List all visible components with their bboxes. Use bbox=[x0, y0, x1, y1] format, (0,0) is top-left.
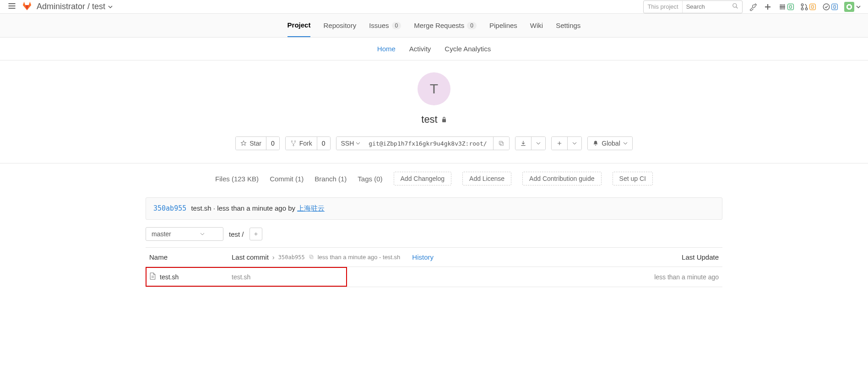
clone-url-input[interactable] bbox=[365, 137, 493, 150]
short-sha[interactable]: 350ab955 bbox=[278, 254, 305, 261]
svg-rect-12 bbox=[309, 255, 312, 258]
breadcrumb[interactable]: Administrator / test bbox=[37, 2, 113, 11]
col-update: Last Update bbox=[622, 248, 722, 267]
stat-files[interactable]: Files (123 KB) bbox=[215, 175, 259, 183]
nav-pipelines[interactable]: Pipelines bbox=[489, 14, 517, 37]
svg-point-3 bbox=[805, 8, 808, 10]
lock-icon bbox=[441, 114, 447, 125]
commit-author-link[interactable]: 上海驻云 bbox=[297, 204, 325, 212]
branch-row: master test / bbox=[146, 227, 722, 241]
download-button[interactable] bbox=[515, 137, 531, 150]
download-dropdown[interactable] bbox=[531, 137, 545, 150]
project-header: T test Star 0 Fork 0 SSH bbox=[0, 60, 868, 163]
fork-count: 0 bbox=[317, 137, 330, 150]
download-group bbox=[515, 136, 546, 150]
file-icon bbox=[149, 272, 156, 281]
svg-point-7 bbox=[294, 141, 295, 141]
svg-point-0 bbox=[732, 4, 736, 7]
svg-point-4 bbox=[823, 4, 830, 10]
add-dropdown[interactable] bbox=[567, 137, 581, 150]
svg-point-1 bbox=[801, 4, 803, 6]
star-button[interactable]: Star bbox=[236, 137, 266, 150]
search-scope[interactable]: This project bbox=[644, 1, 682, 13]
chevron-down-icon[interactable] bbox=[108, 2, 113, 11]
star-count: 0 bbox=[266, 137, 279, 150]
search-input[interactable] bbox=[683, 3, 728, 10]
nav-issues[interactable]: Issues 0 bbox=[369, 14, 401, 37]
hamburger-icon[interactable] bbox=[7, 1, 16, 12]
plus-icon[interactable] bbox=[764, 3, 772, 11]
add-license-button[interactable]: Add License bbox=[462, 172, 511, 185]
user-menu[interactable] bbox=[844, 2, 861, 12]
fork-button-group: Fork 0 bbox=[285, 136, 331, 150]
file-updated: less than a minute ago bbox=[622, 267, 722, 287]
chevron-down-icon bbox=[856, 3, 861, 11]
add-button[interactable] bbox=[552, 137, 567, 150]
history-link[interactable]: History bbox=[412, 253, 434, 261]
svg-point-2 bbox=[801, 8, 803, 10]
branch-select[interactable]: master bbox=[146, 227, 223, 241]
clone-group: SSH bbox=[336, 136, 510, 150]
table-row[interactable]: test.sh test.sh less than a minute ago bbox=[146, 267, 722, 287]
setup-ci-button[interactable]: Set up CI bbox=[613, 172, 653, 185]
sub-nav: Home Activity Cycle Analytics bbox=[0, 38, 868, 60]
file-commit-msg: test.sh bbox=[228, 267, 622, 287]
commit-time: less than a minute ago by bbox=[217, 204, 297, 212]
fork-button[interactable]: Fork bbox=[286, 137, 317, 150]
add-file-button[interactable] bbox=[250, 228, 262, 240]
chevron-down-icon bbox=[623, 140, 628, 147]
badge-count: 0 bbox=[787, 4, 794, 10]
chevron-down-icon bbox=[572, 140, 577, 147]
main-nav: Project Repository Issues 0 Merge Reques… bbox=[0, 14, 868, 38]
top-header: Administrator / test This project 0 0 bbox=[0, 0, 868, 14]
breadcrumb-owner[interactable]: Administrator bbox=[37, 2, 85, 11]
wrench-icon[interactable] bbox=[749, 3, 757, 11]
copy-url-button[interactable] bbox=[493, 137, 509, 150]
project-title: test bbox=[0, 114, 868, 125]
file-table: Name Last commit › 350ab955 less than a … bbox=[146, 247, 722, 287]
chevron-down-icon bbox=[536, 140, 541, 147]
svg-rect-5 bbox=[442, 119, 446, 122]
stat-commit[interactable]: Commit (1) bbox=[270, 175, 304, 183]
breadcrumb-project[interactable]: test bbox=[92, 2, 105, 11]
nav-settings[interactable]: Settings bbox=[556, 14, 580, 37]
path-crumb[interactable]: test / bbox=[229, 230, 244, 238]
svg-rect-10 bbox=[499, 141, 503, 144]
search-icon[interactable] bbox=[728, 3, 742, 11]
protocol-select[interactable]: SSH bbox=[336, 137, 365, 150]
commit-banner: 350ab955 test.sh · less than a minute ag… bbox=[146, 197, 722, 220]
nav-project[interactable]: Project bbox=[288, 14, 311, 37]
commit-message: test.sh bbox=[191, 204, 211, 212]
nav-merge-requests[interactable]: Merge Requests 0 bbox=[414, 14, 477, 37]
sub-activity[interactable]: Activity bbox=[409, 45, 431, 53]
project-avatar: T bbox=[418, 72, 450, 105]
chevron-down-icon bbox=[356, 140, 360, 147]
notification-button[interactable]: Global bbox=[588, 137, 632, 150]
stat-tags[interactable]: Tags (0) bbox=[358, 175, 382, 183]
commit-sha-link[interactable]: 350ab955 bbox=[153, 204, 186, 212]
svg-point-8 bbox=[293, 145, 294, 146]
badge-count: 0 bbox=[809, 4, 816, 10]
col-name: Name bbox=[146, 248, 228, 267]
add-group bbox=[551, 136, 582, 150]
nav-wiki[interactable]: Wiki bbox=[530, 14, 543, 37]
chevron-down-icon bbox=[200, 230, 205, 238]
file-name[interactable]: test.sh bbox=[160, 273, 179, 281]
stat-branch[interactable]: Branch (1) bbox=[315, 175, 347, 183]
todo-badge[interactable]: 0 bbox=[822, 3, 838, 11]
sub-cycle[interactable]: Cycle Analytics bbox=[445, 45, 491, 53]
copy-sha-icon[interactable] bbox=[309, 253, 314, 261]
col-last-commit: Last commit › 350ab955 less than a minut… bbox=[228, 248, 622, 267]
issues-badge[interactable]: 0 bbox=[778, 3, 794, 11]
gitlab-logo[interactable] bbox=[22, 1, 32, 12]
badge-count: 0 bbox=[831, 4, 838, 10]
mr-badge[interactable]: 0 bbox=[800, 3, 816, 11]
add-changelog-button[interactable]: Add Changelog bbox=[394, 172, 452, 185]
sub-home[interactable]: Home bbox=[377, 45, 396, 53]
avatar bbox=[844, 2, 854, 12]
notification-group: Global bbox=[587, 136, 632, 150]
add-guide-button[interactable]: Add Contribution guide bbox=[522, 172, 601, 185]
nav-repository[interactable]: Repository bbox=[323, 14, 356, 37]
svg-rect-11 bbox=[310, 256, 313, 259]
star-button-group: Star 0 bbox=[235, 136, 279, 150]
